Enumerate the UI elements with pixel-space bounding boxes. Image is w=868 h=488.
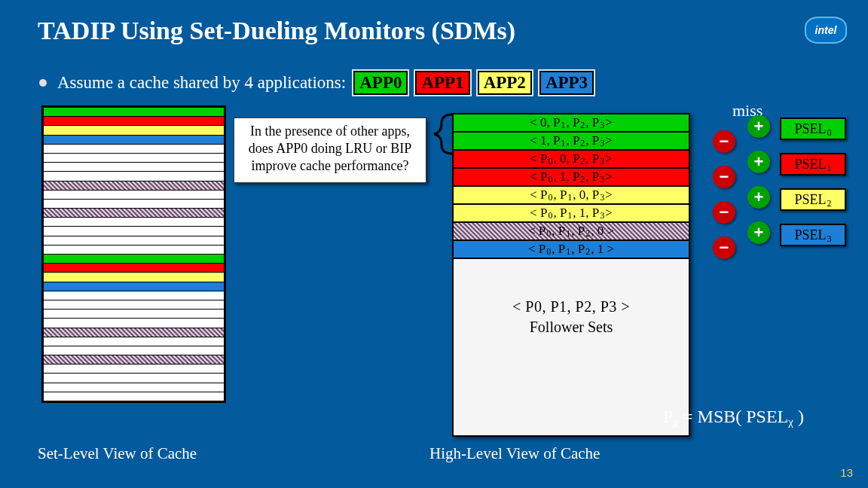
- follower-sets-label: Follower Sets: [530, 319, 613, 336]
- set-row: [44, 300, 224, 309]
- high-level-row: < P0, P1, P2, 0 >: [454, 223, 689, 241]
- set-level-cache-column: [41, 105, 226, 403]
- set-row: [44, 337, 224, 346]
- bullet-line: Assume a cache shared by 4 applications:…: [39, 71, 594, 95]
- set-row: [44, 236, 224, 245]
- set-row: [44, 246, 224, 254]
- app3-chip: APP3: [539, 71, 594, 95]
- set-row: [44, 145, 224, 153]
- high-level-row: < 1, P1, P2, P3 >: [454, 133, 689, 151]
- app2-chip: APP2: [478, 71, 532, 95]
- psel3-box: PSEL3: [780, 224, 846, 246]
- intel-logo: intel: [805, 17, 847, 44]
- pm-pair-2: + −: [702, 188, 770, 223]
- high-level-row: < P0, P1, 0, P3 >: [454, 187, 689, 205]
- psel0-box: PSEL0: [780, 117, 846, 140]
- set-row: [44, 264, 224, 272]
- plus-icon: +: [747, 151, 770, 173]
- set-row: [44, 255, 224, 263]
- minus-icon: −: [713, 166, 735, 188]
- plus-icon: +: [747, 221, 770, 244]
- pm-pair-1: + −: [702, 152, 770, 188]
- high-level-cache-box: < 0, P1, P2, P3 >< 1, P1, P2, P3 >< P0, …: [452, 113, 690, 437]
- callout-box: In the presence of other apps, does APP0…: [234, 117, 426, 183]
- high-level-row: < 0, P1, P2, P3 >: [454, 114, 689, 133]
- set-row: [44, 154, 224, 162]
- psel-column: PSEL0 PSEL1 PSEL2 PSEL3: [780, 117, 846, 246]
- set-row: [44, 209, 224, 217]
- set-row: [44, 273, 224, 281]
- set-row: [44, 163, 224, 171]
- set-row: [44, 172, 224, 180]
- set-row: [44, 374, 224, 382]
- high-level-row: < P0, 1, P2, P3 >: [454, 169, 689, 187]
- plus-icon: +: [747, 186, 770, 209]
- set-row: [44, 108, 224, 116]
- high-level-row: < P0, P1, P2, 1 >: [454, 241, 689, 259]
- equation: Pχ = MSB( PSELχ ): [663, 407, 804, 427]
- set-row: [44, 328, 224, 337]
- set-row: [44, 355, 224, 364]
- minus-icon: −: [713, 130, 735, 153]
- set-row: [44, 181, 224, 190]
- high-level-caption: High-Level View of Cache: [429, 444, 600, 463]
- set-row: [44, 218, 224, 226]
- set-row: [44, 191, 224, 199]
- high-level-row: < P0, 0, P2, P3 >: [454, 151, 689, 169]
- plus-minus-column: + − + − + − + −: [702, 117, 770, 258]
- pm-pair-0: + −: [702, 117, 770, 152]
- set-row: [44, 319, 224, 327]
- set-row: [44, 291, 224, 300]
- set-row: [44, 346, 224, 355]
- set-row: [44, 282, 224, 291]
- minus-icon: −: [713, 201, 735, 224]
- plus-icon: +: [747, 115, 770, 138]
- psel2-box: PSEL2: [780, 188, 846, 211]
- set-row: [44, 392, 224, 401]
- follower-policy-vector: < P0, P1, P2, P3 >: [512, 298, 630, 316]
- high-level-rows: < 0, P1, P2, P3 >< 1, P1, P2, P3 >< P0, …: [454, 114, 689, 259]
- set-row: [44, 200, 224, 208]
- app1-chip: APP1: [415, 71, 469, 95]
- bullet-text: Assume a cache shared by 4 applications:: [57, 73, 346, 93]
- page-number: 13: [840, 466, 853, 479]
- minus-icon: −: [713, 236, 735, 259]
- set-level-caption: Set-Level View of Cache: [38, 444, 197, 463]
- follower-sets-area: < P0, P1, P2, P3 > Follower Sets: [454, 259, 689, 435]
- high-level-row: < P0, P1, 1, P3 >: [454, 205, 689, 223]
- slide-title: TADIP Using Set-Dueling Monitors (SDMs): [38, 17, 515, 45]
- brace-icon: [431, 113, 454, 155]
- set-row: [44, 383, 224, 392]
- app0-chip: APP0: [353, 71, 408, 95]
- set-row: [44, 117, 224, 125]
- pm-pair-3: + −: [702, 223, 770, 258]
- bullet-dot-icon: [39, 79, 47, 87]
- set-row: [44, 126, 224, 134]
- set-row: [44, 136, 224, 144]
- set-row: [44, 364, 224, 373]
- set-row: [44, 310, 224, 318]
- set-row: [44, 227, 224, 235]
- psel1-box: PSEL1: [780, 153, 846, 175]
